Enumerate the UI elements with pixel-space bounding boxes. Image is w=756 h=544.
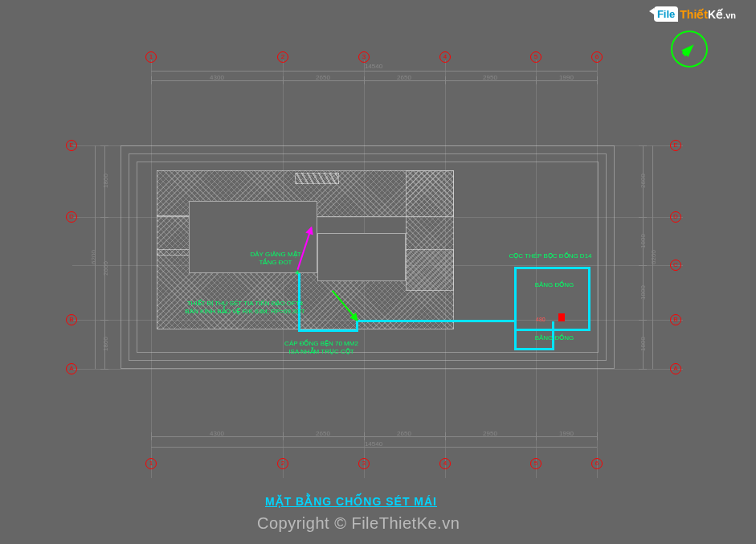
grid-bubble-row-B-right: B <box>670 314 681 325</box>
annotation-strap-2: BĂNG ĐỒNG <box>522 334 586 342</box>
grid-bubble-col-3-bot: 3 <box>358 458 370 469</box>
annotation-device: THIẾT BỊ THU SÉT TIA TIÊN ĐẠO OFT4 BÁN K… <box>173 300 317 317</box>
dim-tick <box>364 76 365 84</box>
grid-bubble-col-4-bot: 4 <box>439 458 451 469</box>
dim-bot-overall: 14540 <box>365 440 382 448</box>
dim-right-overall: 6200 <box>650 250 657 264</box>
annotation-wire: DÂY GIĂNG MẶT TẦNG ĐOT <box>231 251 320 268</box>
cable-horizontal-2 <box>356 320 517 322</box>
dim-tick <box>536 432 537 440</box>
dim-tick <box>639 320 647 321</box>
grid-bubble-row-A-right: A <box>670 363 681 374</box>
dim-left-2: 2600 <box>102 261 109 276</box>
dim-right-4: 1800 <box>640 337 647 351</box>
grid-bubble-row-D-left: D <box>66 211 77 223</box>
grid-bubble-col-6-top: 6 <box>591 51 603 63</box>
dim-tick <box>151 76 152 84</box>
dim-tick <box>639 145 647 146</box>
dim-tick <box>597 432 598 440</box>
dim-tick <box>445 432 446 440</box>
annotation-strap-1: BĂNG ĐỒNG <box>522 281 586 289</box>
dim-tick <box>100 217 108 218</box>
ground-pit <box>514 267 590 331</box>
dim-bot-4: 2950 <box>483 430 497 437</box>
cable-horizontal-3 <box>514 348 554 350</box>
hatch-strip <box>295 173 339 184</box>
dim-left-1: 1800 <box>102 174 109 188</box>
grid-bubble-row-A-left: A <box>66 363 77 374</box>
grid-bubble-row-C-right: C <box>670 260 681 271</box>
grid-bubble-col-5-top: 5 <box>530 51 541 63</box>
dim-tick <box>597 76 598 84</box>
dim-top-1: 4300 <box>210 74 224 81</box>
dim-bot-2: 2650 <box>316 430 330 437</box>
gridline-A <box>72 369 683 370</box>
grid-bubble-col-5-bot: 5 <box>530 458 541 469</box>
drawing-title: MẶT BẰNG CHỐNG SÉT MÁI <box>265 495 437 508</box>
dim-tick <box>100 369 108 370</box>
dim-bot-5: 1990 <box>559 430 574 437</box>
ground-rod-marker-icon <box>558 313 565 321</box>
dim-line-top-overall <box>151 71 597 72</box>
dim-tick <box>536 76 537 84</box>
dim-tick <box>283 432 284 440</box>
dim-top-overall: 14540 <box>365 63 382 70</box>
dim-tick <box>639 369 647 370</box>
dim-bot-1: 4300 <box>210 430 224 437</box>
dim-tick <box>445 76 446 84</box>
dim-top-3: 2650 <box>397 74 411 81</box>
dim-top-5: 1990 <box>559 74 574 81</box>
grid-bubble-row-D-right: D <box>670 211 681 223</box>
grid-bubble-row-E-left: E <box>66 140 77 151</box>
grid-bubble-col-1-top: 1 <box>145 51 157 63</box>
grid-bubble-row-E-right: E <box>670 140 681 151</box>
dim-left-3: 1800 <box>102 337 109 351</box>
dim-top-4: 2950 <box>483 74 497 81</box>
roof-opening-right <box>317 233 406 281</box>
watermark: Copyright © FileThietKe.vn <box>257 514 460 533</box>
dim-tick <box>639 217 647 218</box>
dim-tick <box>151 432 152 440</box>
dim-right-1: 2600 <box>640 174 647 188</box>
grid-bubble-col-4-top: 4 <box>439 51 451 63</box>
annotation-rod: CỌC THÉP BỌC ĐỒNG D14 <box>494 252 607 260</box>
dim-right-3: 1800 <box>640 285 647 300</box>
grid-bubble-row-B-left: B <box>66 314 77 325</box>
grid-bubble-col-1-bot: 1 <box>145 458 157 469</box>
annotation-cable: CÁP ĐỒNG BỆN 70 MM2 ISA NHẮM TRỤC CỘT <box>265 340 378 357</box>
ground-dim: 480 <box>536 317 546 322</box>
dim-right-2: 1800 <box>640 234 647 248</box>
dim-tick <box>100 145 108 146</box>
floor-plan-drawing: 1 2 3 4 5 6 1 2 3 4 5 6 E D B A E D C B … <box>0 0 756 544</box>
dim-tick <box>283 76 284 84</box>
grid-bubble-col-2-top: 2 <box>277 51 288 63</box>
dim-left-overall: 6200 <box>90 250 97 264</box>
dim-tick <box>364 432 365 440</box>
cable-horizontal-1 <box>298 329 358 332</box>
grid-bubble-col-2-bot: 2 <box>277 458 288 469</box>
dim-bot-3: 2650 <box>397 430 411 437</box>
grid-bubble-col-6-bot: 6 <box>591 458 603 469</box>
dim-tick <box>639 265 647 266</box>
dim-tick <box>100 320 108 321</box>
dim-top-2: 2650 <box>316 74 330 81</box>
grid-bubble-col-3-top: 3 <box>358 51 370 63</box>
